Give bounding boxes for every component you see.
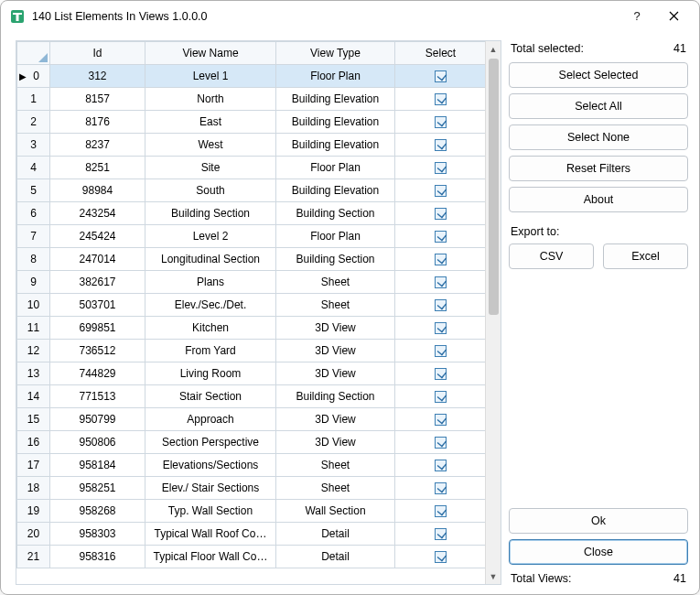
table-row[interactable]: 28176EastBuilding Elevation bbox=[17, 111, 501, 134]
table-row[interactable]: 19958268Typ. Wall SectionWall Section bbox=[17, 500, 501, 523]
col-header-type[interactable]: View Type bbox=[276, 42, 395, 65]
table-row[interactable]: 17958184Elevations/SectionsSheet bbox=[17, 454, 501, 477]
cell-view-type[interactable]: Sheet bbox=[276, 271, 395, 294]
select-checkbox[interactable] bbox=[435, 505, 447, 517]
table-row[interactable]: 13744829Living Room3D View bbox=[17, 362, 501, 385]
select-checkbox[interactable] bbox=[435, 70, 447, 82]
cell-id[interactable]: 98984 bbox=[50, 179, 145, 202]
select-checkbox[interactable] bbox=[435, 551, 447, 563]
row-header[interactable]: 16 bbox=[17, 431, 50, 454]
cell-view-name[interactable]: Elevations/Sections bbox=[145, 454, 276, 477]
cell-view-name[interactable]: From Yard bbox=[145, 340, 276, 362]
cell-id[interactable]: 958268 bbox=[50, 500, 145, 523]
cell-view-name[interactable]: Longitudinal Section bbox=[145, 248, 276, 271]
table-row[interactable]: 15950799Approach3D View bbox=[17, 408, 501, 431]
cell-view-name[interactable]: Plans bbox=[145, 271, 276, 294]
export-excel-button[interactable]: Excel bbox=[603, 243, 688, 269]
table-row[interactable]: 7245424Level 2Floor Plan bbox=[17, 225, 501, 248]
col-header-name[interactable]: View Name bbox=[145, 42, 276, 65]
cell-select[interactable] bbox=[395, 500, 487, 523]
cell-view-type[interactable]: 3D View bbox=[276, 408, 395, 431]
cell-select[interactable] bbox=[395, 179, 487, 202]
cell-view-name[interactable]: Level 1 bbox=[145, 65, 276, 88]
col-header-id[interactable]: Id bbox=[50, 42, 145, 65]
cell-view-type[interactable]: Sheet bbox=[276, 294, 395, 317]
cell-view-type[interactable]: Building Elevation bbox=[276, 179, 395, 202]
cell-select[interactable] bbox=[395, 477, 487, 500]
select-selected-button[interactable]: Select Selected bbox=[509, 62, 688, 88]
cell-view-name[interactable]: West bbox=[145, 134, 276, 157]
cell-select[interactable] bbox=[395, 340, 487, 362]
col-header-select[interactable]: Select bbox=[395, 42, 487, 65]
row-header[interactable]: 2 bbox=[17, 111, 50, 134]
cell-view-type[interactable]: Detail bbox=[276, 523, 395, 546]
table-row[interactable]: 12736512From Yard3D View bbox=[17, 340, 501, 362]
cell-id[interactable]: 958184 bbox=[50, 454, 145, 477]
cell-id[interactable]: 958303 bbox=[50, 523, 145, 546]
close-icon[interactable] bbox=[655, 3, 692, 30]
cell-view-name[interactable]: Kitchen bbox=[145, 317, 276, 340]
cell-view-type[interactable]: Building Elevation bbox=[276, 88, 395, 111]
select-checkbox[interactable] bbox=[435, 276, 447, 288]
select-checkbox[interactable] bbox=[435, 93, 447, 105]
row-header[interactable]: 10 bbox=[17, 294, 50, 317]
select-checkbox[interactable] bbox=[435, 345, 447, 357]
cell-select[interactable] bbox=[395, 225, 487, 248]
select-checkbox[interactable] bbox=[435, 391, 447, 403]
row-header[interactable]: 8 bbox=[17, 248, 50, 271]
grid-corner[interactable] bbox=[17, 42, 50, 65]
table-row[interactable]: 6243254Building SectionBuilding Section bbox=[17, 202, 501, 225]
cell-id[interactable]: 771513 bbox=[50, 385, 145, 408]
row-header[interactable]: 11 bbox=[17, 317, 50, 340]
table-row[interactable]: 10503701Elev./Sec./Det.Sheet bbox=[17, 294, 501, 317]
row-header[interactable]: 9 bbox=[17, 271, 50, 294]
row-header[interactable]: 21 bbox=[17, 546, 50, 568]
cell-select[interactable] bbox=[395, 157, 487, 179]
cell-view-type[interactable]: Building Section bbox=[276, 385, 395, 408]
table-row[interactable]: 18958251Elev./ Stair SectionsSheet bbox=[17, 477, 501, 500]
reset-filters-button[interactable]: Reset Filters bbox=[509, 156, 688, 181]
cell-view-name[interactable]: Approach bbox=[145, 408, 276, 431]
table-row[interactable]: 11699851Kitchen3D View bbox=[17, 317, 501, 340]
data-grid[interactable]: Id View Name View Type Select ▶0312Level… bbox=[16, 40, 501, 585]
select-checkbox[interactable] bbox=[435, 482, 447, 494]
cell-id[interactable]: 247014 bbox=[50, 248, 145, 271]
select-checkbox[interactable] bbox=[435, 299, 447, 311]
select-checkbox[interactable] bbox=[435, 322, 447, 334]
select-checkbox[interactable] bbox=[435, 414, 447, 426]
cell-select[interactable] bbox=[395, 271, 487, 294]
row-header[interactable]: 14 bbox=[17, 385, 50, 408]
cell-view-name[interactable]: North bbox=[145, 88, 276, 111]
select-checkbox[interactable] bbox=[435, 208, 447, 220]
table-row[interactable]: 9382617PlansSheet bbox=[17, 271, 501, 294]
cell-id[interactable]: 736512 bbox=[50, 340, 145, 362]
cell-view-type[interactable]: Floor Plan bbox=[276, 65, 395, 88]
row-header[interactable]: 7 bbox=[17, 225, 50, 248]
cell-view-type[interactable]: Building Section bbox=[276, 202, 395, 225]
cell-view-type[interactable]: 3D View bbox=[276, 317, 395, 340]
cell-view-type[interactable]: Building Elevation bbox=[276, 111, 395, 134]
cell-view-name[interactable]: Typical Floor Wall Co… bbox=[145, 546, 276, 568]
select-checkbox[interactable] bbox=[435, 528, 447, 540]
row-header[interactable]: 1 bbox=[17, 88, 50, 111]
row-header[interactable]: 13 bbox=[17, 362, 50, 385]
select-checkbox[interactable] bbox=[435, 139, 447, 151]
table-row[interactable]: 598984SouthBuilding Elevation bbox=[17, 179, 501, 202]
close-button[interactable]: Close bbox=[509, 539, 688, 565]
cell-view-type[interactable]: Sheet bbox=[276, 477, 395, 500]
cell-id[interactable]: 245424 bbox=[50, 225, 145, 248]
table-row[interactable]: 20958303Typical Wall Roof Co…Detail bbox=[17, 523, 501, 546]
cell-id[interactable]: 8157 bbox=[50, 88, 145, 111]
cell-id[interactable]: 699851 bbox=[50, 317, 145, 340]
cell-view-type[interactable]: Building Elevation bbox=[276, 134, 395, 157]
select-checkbox[interactable] bbox=[435, 116, 447, 128]
cell-view-type[interactable]: 3D View bbox=[276, 362, 395, 385]
cell-view-name[interactable]: Building Section bbox=[145, 202, 276, 225]
cell-view-name[interactable]: Section Perspective bbox=[145, 431, 276, 454]
cell-id[interactable]: 312 bbox=[50, 65, 145, 88]
cell-view-name[interactable]: South bbox=[145, 179, 276, 202]
table-row[interactable]: 8247014Longitudinal SectionBuilding Sect… bbox=[17, 248, 501, 271]
cell-view-type[interactable]: Floor Plan bbox=[276, 157, 395, 179]
row-header[interactable]: 3 bbox=[17, 134, 50, 157]
cell-view-name[interactable]: Typ. Wall Section bbox=[145, 500, 276, 523]
